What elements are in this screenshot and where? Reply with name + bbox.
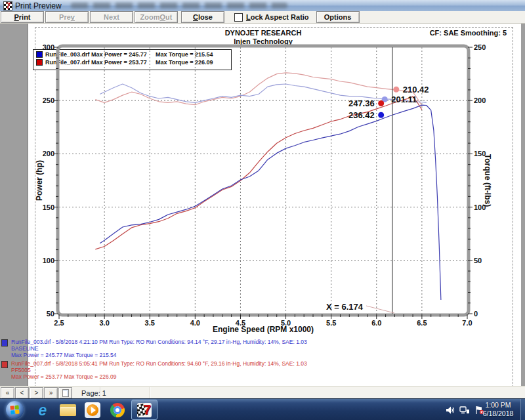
checkbox-box[interactable] — [234, 13, 243, 22]
print-button[interactable]: Print — [1, 11, 44, 23]
first-page-button[interactable]: « — [1, 387, 14, 399]
internet-explorer-icon: e — [39, 404, 47, 417]
lock-aspect-ratio-checkbox[interactable]: Lock Aspect Ratio — [234, 13, 309, 22]
legend-swatch — [36, 59, 43, 66]
show-desktop-button[interactable] — [520, 399, 525, 420]
statusbar-divider — [100, 387, 100, 398]
legend-row: RunFile_007.drf Max Power = 253.77Max To… — [33, 58, 231, 66]
preview-background: DYNOJET RESEARCH Injen Technology CF: SA… — [0, 23, 525, 386]
prev-page-button[interactable]: < — [15, 387, 29, 399]
taskbar-clock[interactable]: 1:00 PM 6/18/2018 — [478, 401, 518, 418]
taskbar-item-chrome[interactable] — [105, 400, 130, 419]
legend-row: RunFile_003.drf Max Power = 245.77Max To… — [33, 51, 231, 58]
page-setup-button[interactable] — [58, 387, 72, 399]
windows-logo-icon — [10, 405, 19, 414]
volume-icon[interactable] — [446, 406, 455, 415]
chart-legend: RunFile_003.drf Max Power = 245.77Max To… — [33, 49, 232, 70]
statusbar-divider — [150, 387, 150, 398]
clock-time: 1:00 PM — [478, 401, 518, 410]
run-info-block: RunFile_007.drf - 5/8/2018 5:05:41 PM Ru… — [1, 360, 307, 380]
taskbar-item-internet-explorer[interactable]: e — [30, 400, 55, 419]
window-titlebar: 7 Print Preview — [0, 0, 525, 12]
next-page-button[interactable]: > — [30, 387, 43, 399]
zoom-out-button: Zoom Out — [135, 11, 178, 23]
run-info-block: RunFile_003.drf - 5/8/2018 4:21:10 PM Ru… — [1, 339, 307, 358]
print-preview-toolbar: PrintPrevNextZoom OutCloseLock Aspect Ra… — [0, 11, 525, 24]
checkbox-label: Lock Aspect Ratio — [246, 13, 309, 21]
run-color-swatch — [1, 339, 8, 346]
taskbar-item-file-explorer[interactable] — [55, 400, 80, 419]
page-indicator: Page: 1 — [81, 389, 106, 397]
prev-button: Prev — [45, 11, 89, 23]
options-button[interactable]: Options — [316, 11, 360, 23]
taskbar-item-media-player[interactable] — [80, 400, 105, 419]
window-title: Print Preview — [15, 1, 62, 10]
window-title-redacted — [71, 3, 287, 9]
last-page-button[interactable]: » — [44, 387, 58, 399]
start-button[interactable] — [6, 401, 24, 419]
network-icon[interactable] — [459, 406, 470, 415]
next-button: Next — [90, 11, 133, 23]
app-icon: 7 — [3, 1, 12, 10]
chrome-icon — [110, 403, 125, 417]
taskbar: e 7 — [0, 398, 525, 420]
clock-date: 6/18/2018 — [478, 410, 518, 418]
legend-swatch — [36, 51, 43, 58]
run-color-swatch — [1, 361, 8, 368]
winpep-icon: 7 — [137, 403, 152, 417]
media-player-icon — [85, 402, 100, 418]
folder-icon — [60, 404, 76, 416]
taskbar-item-winpep-active[interactable]: 7 — [131, 400, 158, 420]
chart-title: DYNOJET RESEARCH — [59, 29, 467, 37]
close-button[interactable]: Close — [181, 11, 224, 23]
statusbar: «<>»Page: 1 — [0, 386, 525, 399]
correction-smoothing-note: CF: SAE Smoothing: 5 — [430, 29, 507, 37]
chart-subtitle: Injen Technology — [59, 37, 467, 45]
